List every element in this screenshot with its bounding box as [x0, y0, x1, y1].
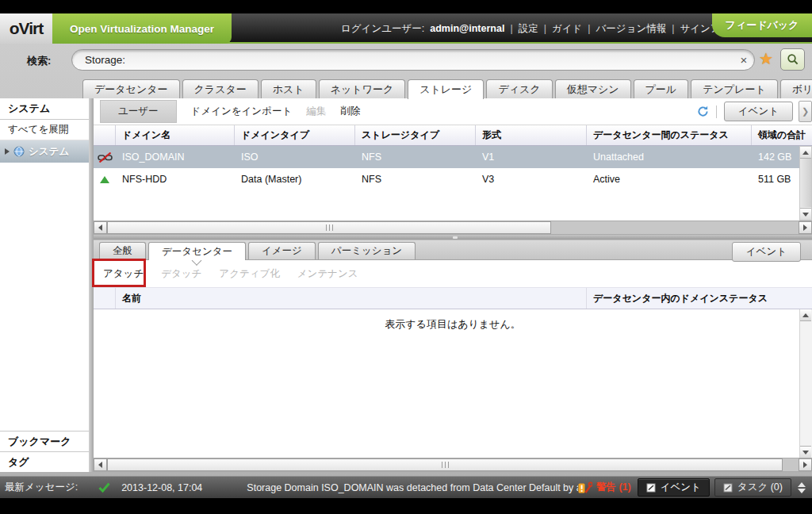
search-button[interactable] [780, 48, 805, 71]
login-user: admin@internal [430, 23, 504, 34]
arrow-right-icon [803, 224, 807, 231]
cell-domain-name: ISO_DOMAIN [116, 146, 235, 168]
collapse-footer-icon[interactable] [798, 482, 807, 493]
v-scrollbar-detail [799, 309, 812, 458]
tab-template[interactable]: テンプレート [691, 79, 778, 98]
tasks-footer-button[interactable]: タスク (0) [714, 478, 791, 497]
feedback-button[interactable]: フィードバック [712, 13, 812, 37]
arrow-left-icon [98, 462, 102, 468]
scroll-up-button[interactable] [800, 309, 811, 321]
arrow-left-icon [98, 224, 102, 231]
cell-storage-type: NFS [355, 168, 476, 190]
storage-toolbar: ユーザー ドメインをインポート 編集 削除 イベント ❯ [94, 98, 812, 125]
menu-guide[interactable]: ガイド [552, 22, 582, 36]
detail-column-name[interactable]: 名前 [116, 288, 587, 309]
scroll-left-button[interactable] [94, 458, 107, 471]
cell-format: V1 [476, 146, 587, 168]
v-scrollbar-top-table [799, 146, 812, 221]
detail-tab-data-center[interactable]: データセンター [148, 242, 246, 260]
column-header-storage-type[interactable]: ストレージタイプ [355, 125, 476, 145]
refresh-icon[interactable] [697, 105, 709, 117]
detail-tab-general[interactable]: 全般 [99, 242, 146, 259]
scroll-left-button[interactable] [94, 221, 107, 234]
tab-cluster[interactable]: クラスター [182, 79, 259, 98]
screen: oVirt Open Virtualization Manager ログインユー… [0, 0, 812, 514]
arrow-down-icon [802, 213, 809, 217]
column-header-domain-type[interactable]: ドメインタイプ [235, 125, 355, 145]
attach-button[interactable]: アタッチ [103, 267, 144, 281]
scroll-down-button[interactable] [800, 446, 811, 458]
remove-button[interactable]: 削除 [340, 105, 360, 118]
import-domain-button[interactable]: ドメインをインポート [191, 105, 293, 118]
sidebar-tree-item-system[interactable]: システム [0, 140, 89, 163]
tree-expander-icon[interactable] [5, 148, 10, 155]
search-input[interactable] [72, 54, 733, 66]
search-box: × [71, 49, 755, 71]
warning-icon [578, 481, 592, 493]
chevron-right-icon[interactable]: ❯ [799, 101, 812, 122]
scroll-right-button[interactable] [799, 458, 812, 471]
detail-tab-images[interactable]: イメージ [248, 242, 316, 259]
cell-domain-type: ISO [235, 146, 355, 168]
product-title: Open Virtualization Manager [52, 13, 232, 44]
detach-button: デタッチ [161, 267, 201, 281]
h-scrollbar-top [94, 221, 812, 235]
table-empty-space [94, 190, 812, 221]
tab-disk[interactable]: ディスク [486, 79, 552, 98]
tab-data-center[interactable]: データセンター [82, 79, 180, 98]
scrollbar-thumb[interactable] [107, 221, 551, 234]
bookmark-star-icon[interactable]: ★ [759, 49, 773, 68]
last-message-text: Storage Domain ISO_DOMAIN was detached f… [247, 482, 578, 493]
splitter-grip [453, 236, 458, 239]
arrow-right-icon [803, 462, 807, 468]
clear-search-icon[interactable]: × [733, 53, 754, 67]
alerts-button[interactable]: 警告 (1) [578, 481, 631, 494]
column-header-format[interactable]: 形式 [476, 125, 587, 145]
expand-all-link[interactable]: すべてを展開 [0, 120, 89, 140]
row-status-cell [94, 146, 116, 168]
table-row-nfs-hdd[interactable]: NFS-HDD Data (Master) NFS V3 Active 511 … [94, 168, 812, 190]
cell-status: Unattached [587, 146, 752, 168]
scroll-right-button[interactable] [799, 221, 812, 234]
events-footer-button[interactable]: イベント [638, 478, 710, 497]
search-label: 検索: [27, 54, 51, 68]
detail-tab-permissions[interactable]: パーミッション [318, 242, 416, 259]
main-panel: ユーザー ドメインをインポート 編集 削除 イベント ❯ ドメイン名 ドメインタ… [94, 98, 812, 472]
cell-storage-type: NFS [355, 146, 476, 168]
tab-volume[interactable]: ボリューム [780, 79, 812, 98]
message-timestamp: 2013-12-08, 17:04 [121, 482, 202, 493]
column-header-domain-name[interactable]: ドメイン名 [116, 125, 235, 145]
scrollbar-grip [442, 462, 449, 468]
column-header-cross-dc-status[interactable]: データセンター間のステータス [587, 125, 752, 145]
scroll-up-button[interactable] [800, 147, 811, 159]
tab-pool[interactable]: プール [634, 79, 689, 98]
scroll-down-button[interactable] [800, 208, 811, 220]
globe-icon [13, 146, 25, 157]
menu-about[interactable]: バージョン情報 [596, 22, 667, 36]
sidebar-item-tags[interactable]: タグ [0, 451, 89, 472]
user-button[interactable]: ユーザー [100, 100, 177, 123]
tab-host[interactable]: ホスト [261, 79, 316, 98]
empty-message: 表示する項目はありません。 [94, 309, 812, 332]
row-status-cell [94, 168, 116, 190]
scrollbar-thumb[interactable] [107, 458, 783, 471]
storage-table-header: ドメイン名 ドメインタイプ ストレージタイプ 形式 データセンター間のステータス… [94, 125, 812, 146]
tab-virtual-machine[interactable]: 仮想マシン [555, 79, 631, 98]
detail-column-status[interactable]: データセンター内のドメインステータス [587, 288, 812, 309]
column-header-total-space[interactable]: 領域の合計 [752, 125, 812, 145]
scrollbar-thumb[interactable] [800, 159, 811, 207]
sidebar-item-bookmarks[interactable]: ブックマーク [0, 431, 89, 451]
tree-item-label: システム [29, 145, 69, 159]
tasks-icon [723, 483, 733, 493]
column-header-status-icon [94, 125, 116, 145]
menu-configure[interactable]: 設定 [519, 22, 538, 36]
toolbar-divider [716, 105, 717, 118]
events-button-detail[interactable]: イベント [732, 242, 801, 262]
cell-format: V3 [476, 168, 587, 190]
tab-storage[interactable]: ストレージ [408, 79, 484, 99]
events-button-top[interactable]: イベント [724, 102, 793, 121]
logo-text: oVirt [10, 19, 43, 38]
tab-network[interactable]: ネットワーク [319, 79, 406, 98]
cell-status: Active [587, 168, 752, 190]
table-row-iso-domain[interactable]: ISO_DOMAIN ISO NFS V1 Unattached 142 GB [94, 146, 812, 168]
